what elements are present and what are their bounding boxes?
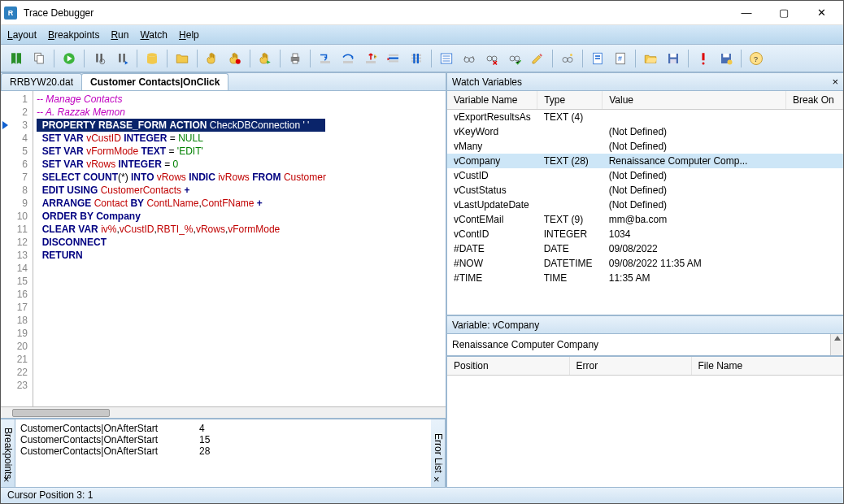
svg-rect-32 (595, 58, 600, 59)
book-icon[interactable] (7, 49, 26, 68)
watch-table[interactable]: Variable Name Type Value Break On vExpor… (447, 91, 843, 315)
svg-rect-37 (670, 59, 677, 63)
glasses-check-icon[interactable] (505, 49, 524, 68)
help-icon[interactable]: ? (746, 49, 766, 68)
tab-file[interactable]: RRBYW20.dat (1, 73, 82, 90)
watch-row[interactable]: vLastUpdateDate(Not Defined) (447, 198, 843, 212)
svg-point-24 (492, 56, 497, 61)
menu-layout[interactable]: Layout (7, 29, 37, 41)
code-editor[interactable]: 1234567891011121314151617181920212223 --… (1, 91, 446, 406)
watch-row[interactable]: vContEMailTEXT (9)mm@ba.com (447, 212, 843, 227)
toolbar: # ? (1, 45, 843, 72)
run-icon[interactable] (59, 49, 79, 68)
h-scrollbar[interactable] (1, 406, 446, 418)
v-scrollbar[interactable] (830, 334, 843, 355)
watch-row[interactable]: vCompanyTEXT (28)Renaissance Computer Co… (447, 154, 843, 168)
close-icon[interactable]: × (3, 473, 10, 485)
list-icon[interactable] (437, 49, 456, 68)
code-area[interactable]: -- Manage Contacts-- A. Razzak Memon PRO… (33, 91, 446, 406)
watch-row[interactable]: #DATEDATE09/08/2022 (447, 241, 843, 256)
breakpoint-row[interactable]: CustomerContacts|OnAfterStart28 (20, 445, 426, 457)
gutter: 1234567891011121314151617181920212223 (1, 91, 33, 406)
svg-rect-11 (366, 61, 376, 63)
col-error[interactable]: Error (569, 357, 691, 376)
watch-header: Watch Variables × (447, 73, 843, 91)
watch-row[interactable]: #NOWDATETIME09/08/2022 11:35 AM (447, 256, 843, 271)
svg-rect-14 (389, 60, 398, 62)
glasses-icon[interactable] (459, 49, 479, 68)
svg-point-28 (568, 57, 572, 62)
col-position[interactable]: Position (447, 357, 569, 376)
close-icon[interactable]: × (433, 473, 440, 485)
run-to-cursor-icon[interactable] (384, 49, 403, 68)
watch-row[interactable]: vExportResultsAsTEXT (4) (447, 110, 843, 125)
save-alert-icon[interactable] (716, 49, 736, 68)
breakpoint-row[interactable]: CustomerContacts|OnAfterStart15 (20, 434, 426, 445)
print-icon[interactable] (285, 49, 305, 68)
col-filename[interactable]: File Name (691, 357, 843, 376)
tab-active[interactable]: Customer Contacts|OnClick (81, 73, 228, 90)
find-icon[interactable] (89, 49, 109, 68)
close-button[interactable]: ✕ (803, 2, 840, 24)
step-over-icon[interactable] (338, 49, 358, 68)
glasses2-icon[interactable] (558, 49, 577, 68)
edit-icon[interactable] (528, 49, 547, 68)
doc-hash-icon[interactable]: # (611, 49, 630, 68)
pause-icon[interactable] (407, 49, 426, 68)
errorlist-tab[interactable]: Error List× (431, 419, 446, 487)
hand-icon[interactable] (202, 49, 222, 68)
svg-rect-9 (320, 61, 330, 63)
menu-breakpoints[interactable]: Breakpoints (48, 29, 99, 41)
alert-icon[interactable] (694, 49, 713, 68)
copy-icon[interactable] (29, 49, 49, 68)
hand-play-icon[interactable] (255, 49, 275, 68)
watch-row[interactable]: vMany(Not Defined) (447, 139, 843, 154)
open-icon[interactable] (641, 49, 660, 68)
folder-icon[interactable] (172, 49, 192, 68)
watch-row[interactable]: vKeyWord(Not Defined) (447, 124, 843, 139)
doc-blue-icon[interactable] (588, 49, 607, 68)
app-window: R Trace Debugger — ▢ ✕ Layout Breakpoint… (0, 0, 844, 504)
minimize-button[interactable]: — (728, 2, 765, 24)
maximize-button[interactable]: ▢ (765, 2, 803, 24)
col-type[interactable]: Type (537, 91, 603, 110)
variable-detail-header: Variable: vCompany (447, 316, 843, 334)
svg-point-39 (703, 62, 705, 64)
menu-watch[interactable]: Watch (140, 29, 167, 41)
svg-point-29 (570, 54, 572, 56)
watch-row[interactable]: vCustStatus(Not Defined) (447, 183, 843, 198)
breakpoints-tab[interactable]: Breakpoints× (1, 419, 15, 487)
svg-rect-12 (389, 54, 398, 55)
svg-rect-10 (343, 61, 353, 63)
watch-row[interactable]: vCustID(Not Defined) (447, 168, 843, 183)
breakpoint-row[interactable]: CustomerContacts|OnAfterStart4 (20, 423, 426, 434)
svg-rect-1 (37, 55, 44, 63)
svg-point-25 (510, 56, 515, 61)
errors-panel[interactable]: Position Error File Name (447, 355, 843, 487)
col-value[interactable]: Value (603, 91, 786, 110)
step-into-icon[interactable] (315, 49, 335, 68)
col-break[interactable]: Break On (786, 91, 843, 110)
menu-run[interactable]: Run (111, 29, 128, 41)
menu-bar: Layout Breakpoints Run Watch Help (1, 25, 843, 45)
find-next-icon[interactable] (112, 49, 132, 68)
close-icon[interactable]: × (832, 76, 838, 88)
svg-rect-41 (723, 54, 729, 58)
menu-help[interactable]: Help (179, 29, 199, 41)
watch-row[interactable]: vContIDINTEGER1034 (447, 227, 843, 241)
svg-point-26 (515, 56, 520, 61)
step-out-icon[interactable] (361, 49, 381, 68)
title-bar: R Trace Debugger — ▢ ✕ (1, 1, 843, 25)
save-icon[interactable] (663, 49, 683, 68)
watch-title: Watch Variables (452, 76, 522, 88)
breakpoints-list[interactable]: CustomerContacts|OnAfterStart4CustomerCo… (15, 419, 431, 487)
hand-stop-icon[interactable] (225, 49, 245, 68)
glasses-remove-icon[interactable] (482, 49, 502, 68)
col-name[interactable]: Variable Name (447, 91, 537, 110)
svg-rect-8 (293, 60, 298, 63)
watch-row[interactable]: #TIMETIME11:35 AM (447, 271, 843, 285)
svg-text:?: ? (754, 54, 758, 63)
svg-rect-18 (413, 54, 415, 63)
window-title: Trace Debugger (24, 7, 728, 19)
database-icon[interactable] (142, 49, 162, 68)
